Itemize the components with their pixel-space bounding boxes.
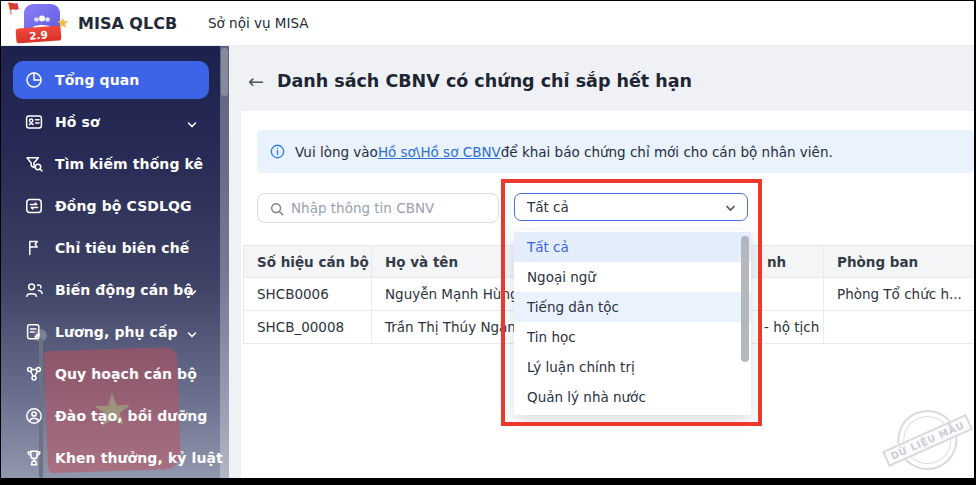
sidebar-nav: ★ Tổng quan Hồ sơ Tìm kiếm thống kê bbox=[1, 46, 229, 478]
cell-so-hieu: SHCB_00008 bbox=[244, 311, 372, 343]
info-icon bbox=[270, 144, 285, 159]
info-banner: Vui lòng vào Hồ sơ\Hồ sơ CBNV để khai bá… bbox=[257, 130, 974, 173]
flag-icon bbox=[24, 238, 44, 258]
organization-name[interactable]: Sở nội vụ MISA bbox=[208, 15, 309, 31]
dropdown-option-tieng-dan-toc[interactable]: Tiếng dân tộc bbox=[514, 292, 751, 322]
dropdown-scrollbar-thumb[interactable] bbox=[741, 236, 749, 362]
col-header-so-hieu: Số hiệu cán bộ bbox=[244, 246, 372, 277]
sidebar-item-tim-kiem-thong-ke[interactable]: Tìm kiếm thống kê bbox=[13, 145, 209, 183]
sidebar-item-bien-dong-can-bo[interactable]: Biến động cán bộ bbox=[13, 271, 209, 309]
col-header-fragment: nh bbox=[767, 246, 786, 277]
col-header-phong-ban: Phòng ban bbox=[824, 246, 974, 277]
dropdown-option-quan-ly-nha-nuoc[interactable]: Quản lý nhà nước bbox=[514, 382, 751, 412]
id-card-icon bbox=[24, 112, 44, 132]
org-chart-icon bbox=[24, 364, 44, 384]
chevron-down-icon bbox=[186, 116, 198, 128]
cell-phong-ban bbox=[824, 311, 974, 343]
sidebar-item-ho-so[interactable]: Hồ sơ bbox=[13, 103, 209, 141]
certificate-filter-value: Tất cả bbox=[527, 199, 569, 215]
certificate-filter-select[interactable]: Tất cả bbox=[514, 193, 748, 221]
cell-phong-ban: Phòng Tổ chức h... bbox=[824, 278, 974, 310]
info-text-prefix: Vui lòng vào bbox=[295, 144, 378, 160]
sidebar-item-quy-hoach-can-bo[interactable]: Quy hoạch cán bộ bbox=[13, 355, 209, 393]
pie-chart-icon bbox=[24, 70, 44, 90]
search-input[interactable] bbox=[291, 195, 491, 221]
back-button[interactable]: ← bbox=[248, 72, 264, 91]
dropdown-option-tat-ca[interactable]: Tất cả bbox=[514, 232, 751, 262]
chevron-down-icon bbox=[186, 284, 198, 296]
search-box bbox=[257, 193, 499, 223]
app-logo: ⚑ ★ 2.9 bbox=[9, 1, 77, 46]
filter-search-icon bbox=[24, 154, 44, 174]
app-window: ⚑ ★ 2.9 MISA QLCB Sở nội vụ MISA ★ Tổng … bbox=[0, 0, 976, 485]
page-title: Danh sách CBNV có chứng chỉ sắp hết hạn bbox=[277, 71, 692, 91]
dropdown-option-ly-luan-chinh-tri[interactable]: Lý luận chính trị bbox=[514, 352, 751, 382]
cell-so-hieu: SHCB0006 bbox=[244, 278, 372, 310]
app-name: MISA QLCB bbox=[78, 14, 177, 33]
app-content: ⚑ ★ 2.9 MISA QLCB Sở nội vụ MISA ★ Tổng … bbox=[1, 1, 974, 478]
dropdown-option-ngoai-ngu[interactable]: Ngoại ngữ bbox=[514, 262, 751, 292]
ho-so-cbnv-link[interactable]: Hồ sơ\Hồ sơ CBNV bbox=[378, 144, 501, 160]
sidebar-scrollbar-thumb[interactable] bbox=[221, 48, 228, 96]
person-circle-icon bbox=[24, 406, 44, 426]
cell-fragment: - hộ tịch bbox=[764, 311, 819, 343]
sidebar-item-chi-tieu-bien-che[interactable]: Chỉ tiêu biên chế bbox=[13, 229, 209, 267]
sidebar-item-tong-quan[interactable]: Tổng quan bbox=[13, 61, 209, 99]
sidebar-item-luong-phu-cap[interactable]: Lương, phụ cấp bbox=[13, 313, 209, 351]
sidebar-item-khen-thuong-ky-luat[interactable]: Khen thưởng, kỷ luật bbox=[13, 439, 209, 477]
trophy-icon bbox=[24, 448, 44, 468]
red-flag-decor-icon: ⚑ bbox=[4, 1, 23, 19]
certificate-filter-dropdown: Tất cả Ngoại ngữ Tiếng dân tộc Tin học L… bbox=[514, 231, 751, 415]
info-text-suffix: để khai báo chứng chỉ mới cho cán bộ nhâ… bbox=[501, 144, 833, 160]
chevron-down-icon bbox=[186, 326, 198, 338]
sidebar-item-dao-tao-boi-duong[interactable]: Đào tạo, bồi dưỡng bbox=[13, 397, 209, 435]
sidebar-scrollbar[interactable] bbox=[220, 46, 229, 478]
version-ribbon-badge: 2.9 bbox=[16, 25, 62, 43]
sidebar-item-dong-bo-csdlqg[interactable]: Đồng bộ CSDLQG bbox=[13, 187, 209, 225]
dropdown-option-tin-hoc[interactable]: Tin học bbox=[514, 322, 751, 352]
salary-doc-icon bbox=[24, 322, 44, 342]
top-bar: ⚑ ★ 2.9 MISA QLCB Sở nội vụ MISA bbox=[1, 1, 974, 46]
people-change-icon bbox=[24, 280, 44, 300]
sync-database-icon bbox=[24, 196, 44, 216]
